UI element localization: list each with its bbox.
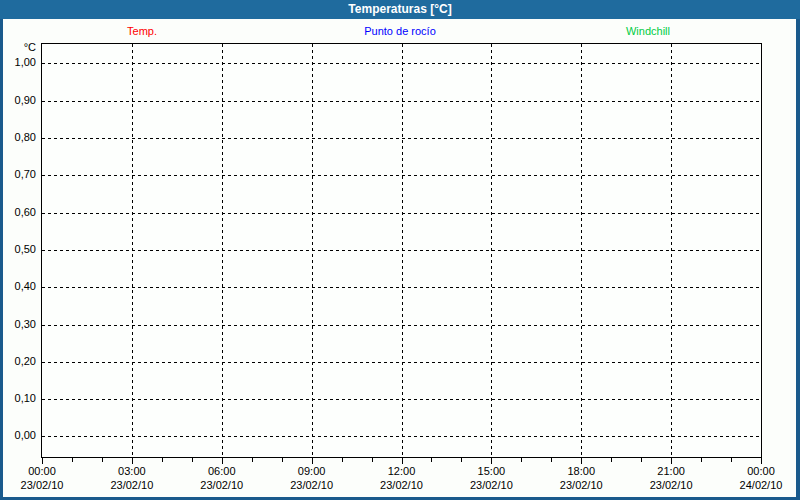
y-tick-label: 0,50 [3,243,36,255]
x-tick-date-label: 23/02/10 [470,479,513,491]
axis-tick [72,458,73,462]
x-tick-time-label: 00:00 [747,465,775,477]
y-tick-label: 0,60 [3,206,36,218]
x-tick-date-label: 23/02/10 [290,479,333,491]
axis-tick [102,458,103,462]
x-tick-date-label: 23/02/10 [110,479,153,491]
x-tick-date-label: 23/02/10 [200,479,243,491]
y-tick-label: 0,00 [3,429,36,441]
x-tick-date-label: 23/02/10 [560,479,603,491]
x-tick-time-label: 21:00 [657,465,685,477]
x-tick-time-label: 03:00 [118,465,146,477]
v-gridline [581,44,582,457]
y-tick-label: 0,70 [3,168,36,180]
axis-tick [701,458,702,462]
y-tick-label: 0,30 [3,318,36,330]
x-tick-time-label: 12:00 [388,465,416,477]
axis-tick [611,458,612,462]
x-tick-date-label: 23/02/10 [650,479,693,491]
window-title: Temperaturas [°C] [348,2,451,16]
y-tick-label: 1,00 [3,56,36,68]
y-tick-label: 0,10 [3,392,36,404]
axis-tick [372,458,373,462]
x-tick-time-label: 15:00 [478,465,506,477]
axis-tick [222,458,223,464]
v-gridline [222,44,223,457]
axis-tick [162,458,163,462]
axis-tick [761,458,762,464]
legend-item-windchill: Windchill [626,25,670,37]
axis-tick [551,458,552,462]
axis-tick [491,458,492,464]
axis-tick [132,458,133,464]
y-tick-label: 0,20 [3,355,36,367]
axis-tick [402,458,403,464]
chart-window: Temperaturas [°C] Temp.Punto de rocíoWin… [0,0,800,500]
legend-item-temp: Temp. [127,25,157,37]
axis-tick [581,458,582,464]
y-tick-label: 0,40 [3,280,36,292]
y-axis-unit-label: °C [3,41,36,53]
x-tick-date-label: 23/02/10 [380,479,423,491]
axis-tick [731,458,732,462]
axis-tick [42,458,43,464]
axis-tick [192,458,193,462]
axis-tick [641,458,642,462]
v-gridline [132,44,133,457]
axis-tick [431,458,432,462]
x-tick-time-label: 09:00 [298,465,326,477]
x-tick-date-label: 23/02/10 [21,479,64,491]
x-tick-time-label: 00:00 [28,465,56,477]
plot-area [41,43,762,458]
v-gridline [402,44,403,457]
axis-tick [342,458,343,462]
legend-item-punto-de-roc-o: Punto de rocío [364,25,436,37]
chart-content: Temp.Punto de rocíoWindchill °C 1,000,90… [3,19,796,497]
x-tick-time-label: 18:00 [567,465,595,477]
axis-tick [461,458,462,462]
axis-tick [252,458,253,462]
axis-tick [312,458,313,464]
axis-tick [521,458,522,462]
axis-tick [282,458,283,462]
x-tick-time-label: 06:00 [208,465,236,477]
axis-tick [671,458,672,464]
v-gridline [312,44,313,457]
window-titlebar: Temperaturas [°C] [0,0,800,19]
y-tick-label: 0,80 [3,131,36,143]
y-tick-label: 0,90 [3,94,36,106]
v-gridline [671,44,672,457]
x-tick-date-label: 24/02/10 [740,479,783,491]
v-gridline [491,44,492,457]
